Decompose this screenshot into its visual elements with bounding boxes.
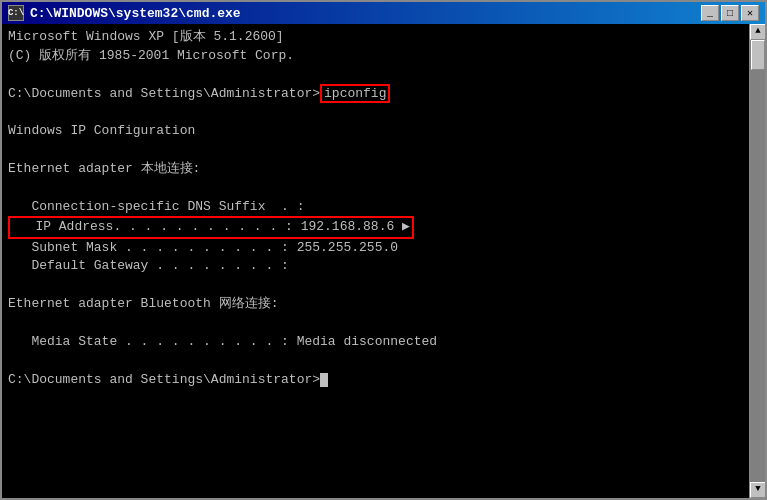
ip-line: IP Address. . . . . . . . . . . : 192.16… [8, 219, 414, 234]
title-controls: _ □ ✕ [701, 5, 759, 21]
minimize-button[interactable]: _ [701, 5, 719, 21]
cursor [320, 373, 328, 387]
line2: (C) 版权所有 1985-2001 Microsoft Corp. [8, 48, 294, 63]
title-bar-left: C:\ C:\WINDOWS\system32\cmd.exe [8, 5, 241, 21]
gateway-line: Default Gateway . . . . . . . . : [8, 258, 289, 273]
subnet-line: Subnet Mask . . . . . . . . . . : 255.25… [8, 240, 398, 255]
terminal-content: Microsoft Windows XP [版本 5.1.2600] (C) 版… [8, 28, 759, 389]
scroll-up-button[interactable]: ▲ [750, 24, 765, 40]
cmd-icon: C:\ [8, 5, 24, 21]
line5: Windows IP Configuration [8, 123, 195, 138]
scroll-thumb[interactable] [751, 40, 765, 70]
cmd-window: C:\ C:\WINDOWS\system32\cmd.exe _ □ ✕ Mi… [0, 0, 767, 500]
scroll-down-button[interactable]: ▼ [750, 482, 765, 498]
command1: ipconfig [320, 84, 390, 103]
scroll-track [750, 40, 765, 482]
line7: Ethernet adapter 本地连接: [8, 161, 200, 176]
maximize-button[interactable]: □ [721, 5, 739, 21]
line1: Microsoft Windows XP [版本 5.1.2600] [8, 29, 284, 44]
line10: Ethernet adapter Bluetooth 网络连接: [8, 296, 278, 311]
terminal-body: Microsoft Windows XP [版本 5.1.2600] (C) 版… [2, 24, 765, 498]
media-line: Media State . . . . . . . . . . : Media … [8, 334, 437, 349]
dns-line: Connection-specific DNS Suffix . : [8, 199, 304, 214]
ip-label: IP Address. . . . . . . . . . . : [12, 219, 293, 234]
prompt1: C:\Documents and Settings\Administrator> [8, 86, 320, 101]
prompt2: C:\Documents and Settings\Administrator> [8, 372, 320, 387]
ipconfig-highlight: ipconfig [320, 84, 390, 103]
scrollbar[interactable]: ▲ ▼ [749, 24, 765, 498]
ip-value: 192.168.88.6 [293, 219, 394, 234]
window-title: C:\WINDOWS\system32\cmd.exe [30, 6, 241, 21]
ip-highlight: IP Address. . . . . . . . . . . : 192.16… [8, 216, 414, 238]
title-bar: C:\ C:\WINDOWS\system32\cmd.exe _ □ ✕ [2, 2, 765, 24]
close-button[interactable]: ✕ [741, 5, 759, 21]
